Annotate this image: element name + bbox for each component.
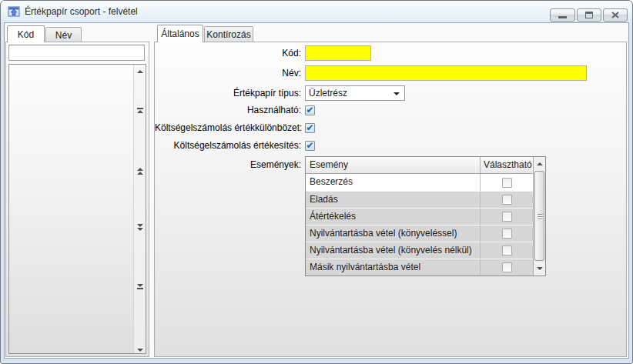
table-row[interactable]: Eladás bbox=[306, 191, 533, 208]
nev-input[interactable] bbox=[305, 65, 587, 81]
ertekpapir-tipus-label: Értékpapír típus: bbox=[155, 85, 301, 101]
row-esemeny-cell: Nyilvántartásba vétel (könyveléssel) bbox=[306, 225, 481, 242]
kod-label: Kód: bbox=[155, 45, 301, 61]
valaszthato-checkbox[interactable] bbox=[502, 195, 512, 205]
row-check-cell bbox=[481, 192, 533, 208]
column-header-esemeny[interactable]: Esemény bbox=[306, 157, 481, 173]
tab-kod-label: Kód bbox=[18, 29, 34, 40]
row-check-cell bbox=[481, 209, 533, 225]
hasznalhato-checkbox[interactable]: ✔ bbox=[305, 105, 315, 115]
kod-input[interactable] bbox=[305, 45, 371, 61]
maximize-icon bbox=[585, 12, 593, 18]
left-panel bbox=[5, 42, 149, 357]
check-icon: ✔ bbox=[306, 140, 313, 151]
list-scrollbar[interactable] bbox=[133, 65, 146, 353]
maximize-button[interactable] bbox=[577, 8, 601, 22]
table-row[interactable]: Másik nyilvántartásba vétel bbox=[306, 259, 533, 276]
scroll-first-icon[interactable] bbox=[134, 106, 146, 114]
minimize-button[interactable] bbox=[550, 8, 575, 22]
scroll-up-icon[interactable] bbox=[534, 160, 545, 168]
tab-altalanos-label: Általános bbox=[161, 28, 199, 39]
column-header-valaszthato[interactable]: Választható bbox=[481, 157, 533, 173]
valaszthato-checkbox[interactable] bbox=[502, 245, 512, 255]
row-esemeny-cell: Beszerzés bbox=[306, 174, 481, 191]
nev-label: Név: bbox=[155, 65, 301, 81]
scroll-pageup-icon[interactable] bbox=[134, 166, 146, 175]
valaszthato-checkbox[interactable] bbox=[502, 212, 512, 222]
row-esemeny-cell: Átértékelés bbox=[306, 209, 481, 225]
scroll-pagedown-icon[interactable] bbox=[134, 222, 146, 232]
ertekkulonbozet-label: Költségelszámolás értékkülönbözet: bbox=[155, 122, 301, 134]
ertekesites-label: Költségelszámolás értékesítés: bbox=[155, 139, 301, 152]
hasznalhato-label: Használható: bbox=[155, 104, 301, 116]
chevron-down-icon bbox=[394, 92, 400, 95]
table-row[interactable]: Beszerzés bbox=[306, 174, 533, 191]
tab-kontirozas[interactable]: Kontírozás bbox=[204, 26, 253, 42]
row-esemeny-cell: Másik nyilvántartásba vétel bbox=[306, 259, 481, 276]
events-table-header: Esemény Választható bbox=[306, 157, 533, 174]
title-bar[interactable]: Értékpapír csoport - felvétel bbox=[1, 1, 632, 22]
row-check-cell bbox=[481, 225, 533, 242]
close-icon bbox=[611, 12, 619, 18]
scroll-up-icon[interactable] bbox=[134, 68, 146, 75]
check-icon: ✔ bbox=[306, 105, 313, 115]
tab-kod[interactable]: Kód bbox=[7, 25, 45, 42]
scrollbar-thumb[interactable] bbox=[534, 171, 544, 261]
scroll-last-icon[interactable] bbox=[134, 282, 146, 290]
ertekesites-checkbox[interactable]: ✔ bbox=[305, 141, 315, 151]
tab-altalanos[interactable]: Általános bbox=[157, 25, 203, 42]
general-tab-page: Kód: Név: Értékpapír típus: Üzletrész Ha… bbox=[154, 42, 627, 357]
scroll-down-icon[interactable] bbox=[534, 265, 545, 272]
tab-nev[interactable]: Név bbox=[45, 27, 82, 42]
scroll-down-icon[interactable] bbox=[134, 346, 146, 354]
check-icon: ✔ bbox=[306, 122, 313, 133]
ertekpapir-tipus-value: Üzletrész bbox=[309, 88, 347, 99]
table-row[interactable]: Nyilvántartásba vétel (könyveléssel) bbox=[306, 225, 533, 242]
table-row[interactable]: Átértékelés bbox=[306, 208, 533, 225]
client-area: Kód Név Általános Kontírozás bbox=[4, 22, 629, 359]
ertekkulonbozet-checkbox[interactable]: ✔ bbox=[305, 123, 315, 133]
window-icon bbox=[8, 5, 20, 18]
row-esemeny-cell: Eladás bbox=[306, 192, 481, 208]
row-check-cell bbox=[481, 259, 533, 276]
events-table-scrollbar[interactable] bbox=[533, 157, 545, 276]
tab-nev-label: Név bbox=[55, 30, 72, 41]
valaszthato-checkbox[interactable] bbox=[502, 262, 512, 272]
close-button[interactable] bbox=[603, 8, 628, 22]
tab-kontirozas-label: Kontírozás bbox=[206, 29, 250, 40]
valaszthato-checkbox[interactable] bbox=[502, 178, 512, 188]
row-check-cell bbox=[481, 174, 533, 191]
events-table: Esemény Választható Beszerzés Eladás Áté… bbox=[305, 156, 546, 276]
dialog-window: Értékpapír csoport - felvétel Kód Név bbox=[0, 0, 633, 364]
table-row[interactable]: Nyilvántartásba vétel (könyvelés nélkül) bbox=[306, 242, 533, 259]
ertekpapir-tipus-select[interactable]: Üzletrész bbox=[305, 85, 405, 101]
esemenyek-label: Események: bbox=[155, 157, 301, 172]
minimize-icon bbox=[558, 16, 567, 18]
row-esemeny-cell: Nyilvántartásba vétel (könyvelés nélkül) bbox=[306, 242, 481, 259]
thumb-grip-icon bbox=[538, 214, 543, 219]
code-filter-input[interactable] bbox=[8, 45, 145, 61]
valaszthato-checkbox[interactable] bbox=[502, 229, 512, 239]
window-title: Értékpapír csoport - felvétel bbox=[25, 6, 138, 17]
row-check-cell bbox=[481, 242, 533, 259]
group-list[interactable] bbox=[8, 64, 146, 354]
